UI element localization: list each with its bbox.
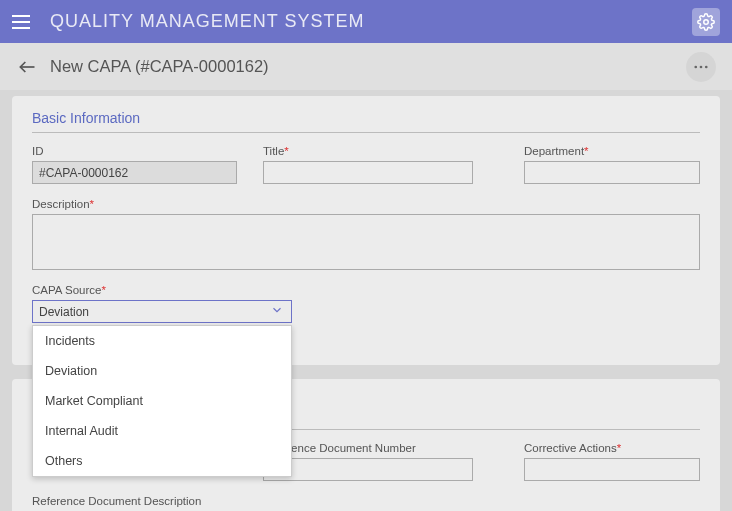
ref-doc-description-field: Reference Document Description <box>32 495 700 511</box>
description-field: Description* <box>32 198 700 270</box>
title-input[interactable] <box>263 161 473 184</box>
svg-point-2 <box>694 65 697 68</box>
id-field: ID <box>32 145 237 184</box>
svg-point-0 <box>704 19 709 24</box>
title-label: Title* <box>263 145 473 157</box>
capa-source-label: CAPA Source* <box>32 284 292 296</box>
app-title: QUALITY MANAGEMENT SYSTEM <box>50 11 676 32</box>
description-input[interactable] <box>32 214 700 270</box>
settings-button[interactable] <box>692 8 720 36</box>
page-title: New CAPA (#CAPA-0000162) <box>50 57 674 76</box>
id-label: ID <box>32 145 237 157</box>
capa-source-option[interactable]: Market Compliant <box>33 386 291 416</box>
capa-source-dropdown: IncidentsDeviationMarket CompliantIntern… <box>32 325 292 477</box>
arrow-left-icon <box>17 57 37 77</box>
corrective-actions-input[interactable] <box>524 458 700 481</box>
corrective-actions-field: Corrective Actions* <box>524 442 700 481</box>
title-field: Title* <box>263 145 473 184</box>
hamburger-menu-icon[interactable] <box>12 11 34 33</box>
basic-information-card: Basic Information ID Title* Department* … <box>12 96 720 365</box>
capa-source-option[interactable]: Others <box>33 446 291 476</box>
sub-header: New CAPA (#CAPA-0000162) <box>0 43 732 90</box>
ref-doc-number-field: Reference Document Number <box>263 442 473 481</box>
back-button[interactable] <box>16 56 38 78</box>
svg-point-4 <box>705 65 708 68</box>
ref-doc-number-input[interactable] <box>263 458 473 481</box>
capa-source-field: CAPA Source* Deviation IncidentsDeviatio… <box>32 284 292 323</box>
ref-doc-description-label: Reference Document Description <box>32 495 700 507</box>
basic-information-title: Basic Information <box>32 110 700 133</box>
capa-source-option[interactable]: Incidents <box>33 326 291 356</box>
department-input[interactable] <box>524 161 700 184</box>
capa-source-select-wrap: Deviation IncidentsDeviationMarket Compl… <box>32 300 292 323</box>
corrective-actions-label: Corrective Actions* <box>524 442 700 454</box>
gear-icon <box>697 13 715 31</box>
more-actions-button[interactable] <box>686 52 716 82</box>
top-bar: QUALITY MANAGEMENT SYSTEM <box>0 0 732 43</box>
id-input <box>32 161 237 184</box>
department-field: Department* <box>524 145 700 184</box>
more-horizontal-icon <box>692 58 710 76</box>
svg-point-3 <box>700 65 703 68</box>
content-area: Basic Information ID Title* Department* … <box>0 90 732 511</box>
capa-source-select[interactable]: Deviation <box>32 300 292 323</box>
capa-source-option[interactable]: Internal Audit <box>33 416 291 446</box>
capa-source-option[interactable]: Deviation <box>33 356 291 386</box>
ref-doc-number-label: Reference Document Number <box>263 442 473 454</box>
department-label: Department* <box>524 145 700 157</box>
capa-source-selected-value: Deviation <box>39 305 89 319</box>
description-label: Description* <box>32 198 700 210</box>
